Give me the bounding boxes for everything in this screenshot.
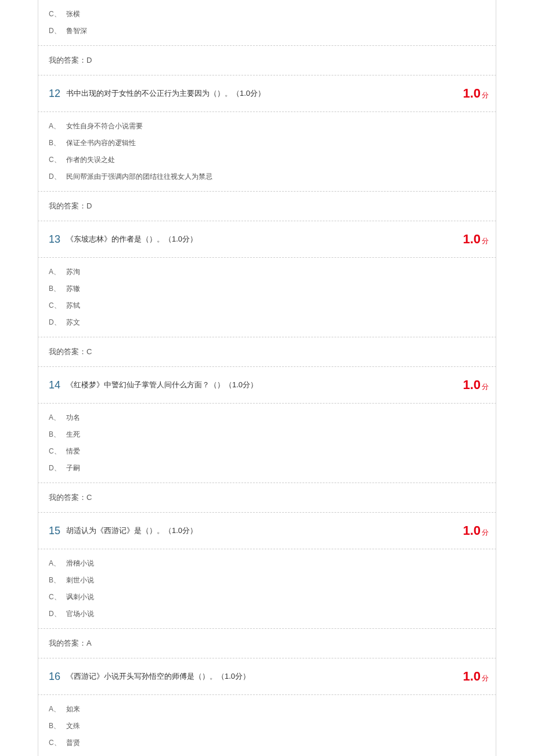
my-answer-value: C [86, 493, 92, 502]
question-number: 12 [49, 88, 60, 100]
score-value: 1.0 [463, 669, 481, 683]
option-text: 滑稽小说 [66, 559, 94, 568]
option-text: 功名 [66, 413, 80, 423]
score-unit: 分 [482, 528, 489, 537]
option-row[interactable]: B、苏辙 [49, 280, 496, 297]
option-row[interactable]: C、情爱 [49, 443, 496, 460]
question-number: 14 [49, 379, 60, 391]
option-letter: A、 [49, 704, 66, 714]
option-letter: D、 [49, 172, 66, 182]
option-letter: B、 [49, 430, 66, 440]
question-number: 16 [49, 671, 60, 683]
options-block: A、滑稽小说B、刺世小说C、讽刺小说D、官场小说 [38, 549, 496, 629]
option-text: 普贤 [66, 738, 80, 748]
score-value: 1.0 [463, 377, 481, 392]
my-answer-value: C [86, 347, 92, 356]
option-text: 鲁智深 [66, 26, 87, 36]
score-value: 1.0 [463, 86, 481, 100]
option-row[interactable]: B、保证全书内容的逻辑性 [49, 135, 496, 152]
question-text: 胡适认为《西游记》是（）。（1.0分） [66, 525, 463, 536]
option-row[interactable]: C、普贤 [49, 735, 496, 751]
option-letter: B、 [49, 138, 66, 148]
options-block: A、苏洵B、苏辙C、苏轼D、苏文 [38, 258, 496, 337]
option-text: 苏洵 [66, 267, 80, 277]
option-row[interactable]: D、民间帮派由于强调内部的团结往往视女人为禁忌 [49, 168, 496, 185]
option-row[interactable]: C、苏轼 [49, 297, 496, 314]
question-header: 14《红楼梦》中警幻仙子掌管人间什么方面？（）（1.0分）1.0分 [38, 367, 496, 404]
question-score: 1.0分 [463, 669, 489, 684]
option-text: 刺世小说 [66, 575, 94, 585]
option-text: 张横 [66, 9, 80, 19]
my-answer-prefix: 我的答案： [49, 201, 86, 210]
score-unit: 分 [482, 383, 489, 391]
options-block: A、女性自身不符合小说需要B、保证全书内容的逻辑性C、作者的失误之处D、民间帮派… [38, 112, 496, 192]
option-row[interactable]: D、鲁智深 [49, 23, 496, 39]
option-letter: C、 [49, 301, 66, 311]
score-unit: 分 [482, 674, 489, 682]
my-answer-prefix: 我的答案： [49, 347, 86, 356]
option-letter: B、 [49, 721, 66, 731]
option-row[interactable]: A、如来 [49, 701, 496, 718]
option-text: 作者的失误之处 [66, 155, 115, 165]
option-letter: C、 [49, 155, 66, 165]
option-letter: A、 [49, 121, 66, 131]
option-letter: B、 [49, 575, 66, 585]
option-text: 子嗣 [66, 463, 80, 473]
question-number: 13 [49, 233, 60, 246]
question-header: 15胡适认为《西游记》是（）。（1.0分）1.0分 [38, 513, 496, 549]
my-answer-prefix: 我的答案： [49, 639, 86, 647]
option-letter: A、 [49, 267, 66, 277]
question-text: 《东坡志林》的作者是（）。（1.0分） [66, 234, 463, 244]
question-score: 1.0分 [463, 377, 489, 393]
my-answer: 我的答案：D [38, 46, 496, 75]
my-answer: 我的答案：A [38, 629, 496, 658]
option-letter: B、 [49, 284, 66, 294]
score-value: 1.0 [463, 232, 481, 246]
option-text: 文殊 [66, 721, 80, 731]
my-answer-value: D [86, 201, 92, 210]
option-text: 生死 [66, 430, 80, 440]
option-row[interactable]: C、讽刺小说 [49, 589, 496, 606]
question-text: 《西游记》小说开头写孙悟空的师傅是（）。（1.0分） [66, 671, 463, 682]
my-answer: 我的答案：D [38, 192, 496, 221]
question-header: 16《西游记》小说开头写孙悟空的师傅是（）。（1.0分）1.0分 [38, 658, 496, 695]
option-text: 苏文 [66, 318, 80, 327]
question-score: 1.0分 [463, 86, 489, 101]
option-row[interactable]: A、女性自身不符合小说需要 [49, 118, 496, 135]
option-row[interactable]: D、苏文 [49, 314, 496, 331]
options-block: C、张横D、鲁智深 [38, 0, 496, 46]
option-row[interactable]: B、刺世小说 [49, 572, 496, 589]
option-letter: D、 [49, 318, 66, 327]
question-score: 1.0分 [463, 523, 489, 538]
option-text: 苏辙 [66, 284, 80, 294]
option-letter: D、 [49, 609, 66, 619]
option-text: 如来 [66, 704, 80, 714]
score-value: 1.0 [463, 523, 481, 538]
option-row[interactable]: A、功名 [49, 409, 496, 426]
option-row[interactable]: B、文殊 [49, 718, 496, 735]
option-text: 讽刺小说 [66, 592, 94, 602]
option-row[interactable]: C、作者的失误之处 [49, 152, 496, 168]
option-row[interactable]: D、子嗣 [49, 460, 496, 477]
option-row[interactable]: D、官场小说 [49, 606, 496, 622]
option-row[interactable]: A、苏洵 [49, 264, 496, 280]
option-text: 苏轼 [66, 301, 80, 311]
option-letter: C、 [49, 592, 66, 602]
score-unit: 分 [482, 237, 489, 245]
option-text: 民间帮派由于强调内部的团结往往视女人为禁忌 [66, 172, 212, 182]
option-row[interactable]: B、生死 [49, 426, 496, 443]
my-answer-prefix: 我的答案： [49, 493, 86, 502]
option-letter: C、 [49, 9, 66, 19]
option-letter: A、 [49, 413, 66, 423]
question-header: 12书中出现的对于女性的不公正行为主要因为（）。（1.0分）1.0分 [38, 75, 496, 112]
option-letter: C、 [49, 447, 66, 456]
option-row[interactable]: D、菩提 [49, 751, 496, 756]
my-answer-value: D [86, 56, 92, 64]
option-row[interactable]: C、张横 [49, 6, 496, 23]
score-unit: 分 [482, 91, 489, 99]
my-answer: 我的答案：C [38, 483, 496, 513]
question-number: 15 [49, 525, 60, 537]
option-row[interactable]: A、滑稽小说 [49, 555, 496, 572]
my-answer-value: A [86, 639, 92, 647]
question-text: 书中出现的对于女性的不公正行为主要因为（）。（1.0分） [66, 88, 463, 99]
